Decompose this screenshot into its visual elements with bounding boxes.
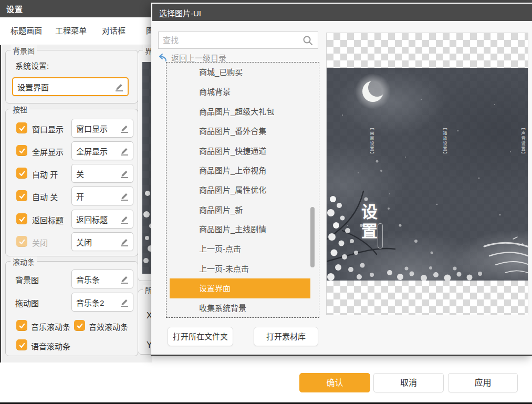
list-item[interactable]: 商品图片_快捷通道 [170,141,310,161]
edit-pencil-icon[interactable] [119,297,130,307]
checkbox-fullscreen-display[interactable] [16,145,27,156]
system-setting-value: 设置界面 [17,81,114,92]
search-icon[interactable] [302,35,314,46]
back-to-parent-label: 返回上一级目录 [171,52,226,63]
checkbox-voice-scrollbar-label: 语音滚动条 [31,340,70,351]
dialog-titlebar: 选择图片-UI [151,3,532,21]
checkbox-auto-off-label: 自动 关 [32,191,58,202]
window-display-input[interactable]: 窗口显示 [71,119,133,138]
list-scrollbar-thumb[interactable] [310,207,315,267]
background-group-title: 背景图 [11,45,37,56]
preview-seal-decoration [378,223,383,248]
checkbox-return-title[interactable] [16,213,27,224]
edit-pencil-icon[interactable] [119,191,130,201]
checkbox-auto-on[interactable] [16,168,27,179]
checkbox-auto-off[interactable] [16,190,27,201]
scrollbar-bg-value: 音乐条 [76,274,119,285]
checkbox-window-display-label: 窗口显示 [32,123,64,134]
auto-off-input[interactable]: 开 [71,187,133,205]
cancel-button[interactable]: 取消 [373,373,444,392]
preview-label-display: 【画面设置】 [369,126,374,157]
scrollbar-bg-input[interactable]: 音乐条 [71,270,133,288]
preview-artwork: 【画面设置】 【播放设置】 【声音设置】 设置 [327,68,528,281]
search-input[interactable] [163,36,302,45]
scrollbar-drag-value: 音乐条2 [76,297,119,308]
system-setting-input[interactable]: 设置界面 [12,77,129,96]
checkbox-auto-on-label: 自动 开 [32,169,58,180]
list-item[interactable]: 商品图片_新 [170,200,310,220]
back-to-parent-link[interactable]: 返回上一级目录 [159,52,226,63]
preview-calligraphy-title: 设置 [356,203,380,242]
confirm-button[interactable]: 确认 [299,373,370,392]
checkbox-window-display[interactable] [16,122,27,133]
checkbox-music-scrollbar[interactable] [16,320,27,331]
scrollbar-drag-label: 拖动图 [15,297,39,308]
checkbox-voice-scrollbar[interactable] [16,339,27,350]
background-group: 背景图 系统设置: 设置界面 [5,50,138,103]
close-value: 关闭 [76,236,119,247]
return-title-input[interactable]: 返回标题 [71,210,133,229]
return-title-value: 返回标题 [76,214,119,225]
close-input[interactable]: 关闭 [71,232,133,251]
edit-pencil-icon[interactable] [119,274,130,284]
settings-window-title: 设置 [6,3,23,14]
select-image-dialog: 选择图片-UI 返回上一级目录 商城_已购买 商城背景 商品图片_超级大礼包 商… [151,3,532,356]
list-item[interactable]: 上一页-未点击 [170,259,310,278]
list-item-selected[interactable]: 设置界面 [170,278,310,298]
search-box [158,32,318,49]
system-setting-label: 系统设置: [15,60,49,71]
tab-dialog-box[interactable]: 对话框 [102,17,126,45]
list-item[interactable]: 商品图片_主线剧情 [170,220,310,239]
back-arrow-icon [159,54,168,61]
open-library-button[interactable]: 打开素材库 [254,327,318,346]
list-item[interactable]: 商城_已购买 [170,63,310,82]
auto-on-value: 关 [76,168,119,179]
list-item[interactable]: 商品图片_超级大礼包 [170,102,310,121]
edit-pencil-icon[interactable] [119,168,130,179]
apply-button[interactable]: 应用 [448,373,518,392]
edit-pencil-icon[interactable] [114,81,124,92]
buttons-group: 按钮 窗口显示 窗口显示 全屏显示 全屏显示 自动 开 关 自动 关 开 返回标… [5,109,138,256]
fullscreen-display-value: 全屏显示 [76,146,119,157]
open-folder-button[interactable]: 打开所在文件夹 [168,327,233,346]
list-item[interactable]: 商品图片_属性优化 [170,180,310,200]
scrollbar-group-title: 滚动条 [11,256,37,267]
list-item[interactable]: 收集系统背景 [170,298,310,318]
list-item[interactable]: 上一页-点击 [170,239,310,258]
scrollbar-drag-input[interactable]: 音乐条2 [71,293,133,312]
preview-label-playback: 【播放设置】 [442,126,447,157]
checkbox-sfx-scrollbar[interactable] [74,320,85,331]
tab-project-menu[interactable]: 工程菜单 [55,17,87,45]
checkbox-sfx-scrollbar-label: 音效滚动条 [89,321,128,332]
list-item[interactable]: 商城背景 [170,82,310,101]
image-preview-panel: 【画面设置】 【播放设置】 【声音设置】 设置 [326,33,528,315]
list-item[interactable]: 商品图片_番外合集 [170,121,310,141]
preview-label-voice: 【声音设置】 [520,126,526,157]
preview-scene-graphic [327,68,528,281]
fullscreen-display-input[interactable]: 全屏显示 [71,141,133,160]
image-file-list: 商城_已购买 商城背景 商品图片_超级大礼包 商品图片_番外合集 商品图片_快捷… [166,62,319,318]
edit-pencil-icon[interactable] [119,146,130,156]
window-display-value: 窗口显示 [76,123,119,134]
screen: 设置 标题画面 工程菜单 对话框 图 界面 所选 [0,0,532,404]
scrollbar-bg-label: 背景图 [15,274,39,285]
checkbox-close-label: 关闭 [32,237,48,248]
scrollbar-group: 滚动条 背景图 音乐条 拖动图 音乐条2 音乐滚动条 音效滚动条 语音滚动条 [5,261,138,356]
edit-pencil-icon[interactable] [119,123,130,133]
list-item[interactable]: 商品图片_上帝视角 [170,161,310,180]
edit-pencil-icon[interactable] [119,236,130,247]
checkbox-return-title-label: 返回标题 [32,214,64,225]
tab-title-screen[interactable]: 标题画面 [11,17,42,45]
auto-off-value: 开 [76,191,119,202]
auto-on-input[interactable]: 关 [71,164,133,183]
dialog-title: 选择图片-UI [159,7,201,18]
edit-pencil-icon[interactable] [119,214,130,224]
checkbox-close[interactable] [16,236,27,247]
checkbox-fullscreen-display-label: 全屏显示 [32,146,64,157]
checkbox-music-scrollbar-label: 音乐滚动条 [31,321,70,332]
buttons-group-title: 按钮 [11,104,29,115]
